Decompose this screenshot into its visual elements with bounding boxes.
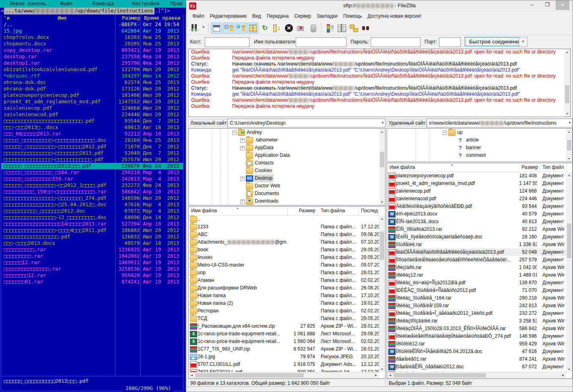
console-row[interactable]: □□□□□□□□□□□□□□□□□□□14□□□□□2013.rar527394… (1, 221, 183, 227)
file-row[interactable]: 1C77_TIS_983_UNP.zip6 532 547Архив ZIP -… (189, 345, 379, 353)
console-row[interactable]: zaivlenienacod.pdf224446Июл 20 2012 (1, 111, 183, 118)
console-row[interactable]: □□□□□□□□□□_150□□~□□□□□□□□□□□□□.rar586842… (1, 189, 183, 195)
console-menu-2[interactable]: Файл (60, 0, 72, 7)
column-header-2[interactable]: Размер (519, 163, 540, 172)
file-row[interactable]: unpПапка с файл...28.01.20 (189, 269, 379, 277)
file-row[interactable]: ÀëãîðèòìîêàçàíèÿãîñóñëóãËÐÐ.pdf93 544Док… (387, 203, 566, 210)
console-row[interactable]: □□□_06□□□□□2013.rar92212Апр 10 2013 (1, 131, 183, 137)
file-row[interactable]: АтаманПапка с файл...02.02.20 (189, 277, 379, 284)
console-row[interactable]: □□□□□□_□□□□□□□□□□~□□□□□□□□2012.pdf71070Д… (1, 144, 183, 150)
list-scrollbar-thumb[interactable] (380, 232, 384, 260)
hscrollbar-thumb[interactable] (195, 373, 304, 378)
password-input[interactable] (371, 37, 420, 47)
scroll-down-icon[interactable]: ▼ (379, 366, 385, 372)
combo-dropdown-icon[interactable]: ▼ (568, 119, 571, 127)
console-row[interactable]: □□□□□_□□□□□□□□□□~□□□□□□□□□□□□□.doc28160Я… (1, 137, 183, 144)
console-row[interactable]: □□□□□□□□□□□□□□□□□□□□□□□□□□.pdf93544Дек 7… (1, 118, 183, 124)
tree-item-andrey[interactable]: –Andrey (189, 129, 385, 136)
remote-tree-scrollbar[interactable]: ▲ ▼ (566, 129, 572, 162)
scroll-down-icon[interactable]: ▼ (566, 366, 572, 372)
tree-item-downloads[interactable]: +Downloads (189, 197, 385, 205)
console-row[interactable]: proekt_4t_adm_reglamenta_mvd.pdf1147552И… (1, 99, 183, 105)
expand-icon[interactable]: + (240, 146, 245, 150)
tree-item-article[interactable]: article (387, 136, 572, 144)
file-row[interactable]: ðåøåíèå01.rar874 241Архив Wir (387, 355, 566, 363)
tree-item-comment[interactable]: comment (387, 152, 572, 159)
toggle-remote-tree-icon[interactable] (235, 23, 246, 34)
tree-item-desktop[interactable]: +Desktop (189, 174, 385, 182)
console-menu-5[interactable]: Прав (171, 0, 183, 7)
remote-hscrollbar[interactable]: ◄ ► (387, 372, 566, 378)
file-row[interactable]: 5707.CLI301ILL.pdf1 916 075Документ Ado.… (189, 361, 379, 368)
console-path[interactable]: ...ta/www//up/down/file/instructions (4, 8, 155, 14)
file-row[interactable]: 1c-rarus-price-trade-equipment-retail...… (189, 338, 379, 345)
column-header-2[interactable]: Размер (288, 207, 318, 215)
file-row[interactable]: !_Распаковщик.для.x64-систем.zip27 825Ар… (189, 322, 379, 330)
local-file-list[interactable]: Имя файлаРазмерТип файлаПослед ▲ ..1233П… (188, 206, 385, 379)
scroll-down-icon[interactable]: ▼ (379, 199, 385, 205)
console-row-selected[interactable]: □□□□□□_□□□□□□□□□□□2012□□□.pdf139670Фев 2… (1, 163, 183, 169)
console-row[interactable]: □□□□□□□01.rar874241Авг 19 2013 (1, 279, 183, 285)
file-row[interactable]: zaivleniecop.pdf124 668Документ (387, 187, 566, 195)
reconnect-icon[interactable] (307, 23, 319, 34)
console-row[interactable]: □□□□□□□□□□□□□□□□□~□□□□4□□□2011.pdf186802… (1, 227, 183, 234)
console-row[interactable]: ohrana-dok.pdf173126Июл 20 2012 (1, 86, 183, 92)
menu-item-6[interactable]: Закладки (314, 12, 340, 21)
console-row[interactable]: □□□□□□□□□□□□□□□□□□.pdf126832Июл 20 2012 (1, 234, 183, 240)
file-row[interactable]: Attachments_@gm...Папка с файл...07.10.2… (189, 238, 379, 246)
column-size[interactable]: Размер (122, 15, 140, 21)
console-row[interactable]: □□□□□□□□□□.rar1336925Авг 19 2013 (1, 246, 183, 253)
site-manager-icon[interactable] (189, 23, 200, 34)
file-row[interactable]: Ïðèêàç_îïìùðåíèå¹159.rar242 813Архив Wir (387, 302, 566, 310)
close-button[interactable]: × (556, 0, 569, 10)
console-row[interactable]: □□□□□□_□□□□□□□□□159.rar242813Мар 4 2013 (1, 176, 183, 182)
file-row[interactable]: 1c-rarus-price-trade-equipment-retail...… (189, 330, 379, 338)
toggle-local-tree-icon[interactable] (223, 23, 234, 34)
console-row[interactable]: □□□□□□12.rar1469011Авг 19 2013 (1, 259, 183, 266)
quickconnect-button[interactable]: Быстрое соединение (465, 37, 526, 46)
log-scrollbar[interactable]: ▲ ▼ (564, 49, 570, 117)
console-row[interactable]: □□□□□□_□□□□□□□□□_□164.rar290218Мар 4 201… (1, 169, 183, 176)
column-header-4[interactable]: Послед (359, 207, 379, 215)
console-row[interactable]: desktop1.rar295706Фев 24 2013 (1, 60, 183, 66)
remote-tree[interactable]: –uparticlebannercomment ▲ ▼ (387, 128, 573, 162)
directory-comparison-icon[interactable] (336, 23, 347, 34)
local-site-combo[interactable]: C:\Users\Andrey\Desktop\▼ (227, 119, 385, 127)
tree-item-doctor-web[interactable]: Doctor Web (189, 182, 385, 190)
console-row[interactable]: plateznoeporyceniecop.pdf181408Июл 20 20… (1, 92, 183, 99)
tree-scrollbar-thumb[interactable] (567, 140, 571, 150)
port-input[interactable] (439, 37, 461, 47)
file-row[interactable]: êìñ-èþëü2013.docx40 579Документ (387, 210, 566, 218)
title-bar[interactable]: Fz sftp:// - FileZilla – ❐ × (186, 0, 573, 12)
file-row[interactable]: ÊÌÑ_06ìàðòà2013.rar92 212Архив Wir (387, 226, 566, 233)
message-log[interactable]: Ошибка:/var/www/client/data/www//up/down… (188, 49, 571, 117)
console-row[interactable]: □□□-□□□2013□..docx40813Авг 18 2013 (1, 124, 183, 131)
scroll-right-icon[interactable]: ► (373, 372, 379, 378)
file-row[interactable]: ïðîòîêîë12.rar959 429Архив Wir (387, 340, 566, 348)
tree-item-application-data[interactable]: Application Data (189, 152, 385, 159)
column-name[interactable]: Имя (58, 15, 67, 21)
file-row[interactable]: .. (189, 215, 379, 223)
file-row[interactable]: ТСДПапка с файл...29.05.20 (189, 315, 379, 322)
console-row[interactable]: 15.jpg642884Авг 19 2013 (1, 28, 183, 34)
file-row[interactable]: Новая папкаПапка с файл...17.10.20 (189, 292, 379, 300)
column-header-3[interactable]: Тип файла (318, 207, 359, 215)
console-row[interactable]: □□□□□□□□□□□□□□□□~□□□□□□□□2013.pdf52049Де… (1, 150, 183, 156)
file-row[interactable]: Для расшифорвки DRWebПапка с файл...26.0… (189, 284, 379, 292)
console-row[interactable]: zaivleniecop.pdf124668Июл 20 2012 (1, 105, 183, 111)
local-list-scrollbar[interactable]: ▲ ▼ (379, 215, 385, 372)
console-row[interactable]: □□□□□□□□□□□_□□□□□□□2012.doc67072Мар 4 20… (1, 208, 183, 214)
host-input[interactable] (205, 37, 249, 47)
console-row[interactable]: □□□□□□□□□.rar1042002Авг 19 2013 (1, 253, 183, 259)
menu-item-2[interactable]: Редактирование (207, 12, 249, 21)
synchronized-browsing-icon[interactable] (348, 23, 359, 34)
local-tree-scrollbar[interactable]: ▲ ▼ (379, 129, 385, 205)
file-row[interactable]: bookПапка с файл...29.05.20 (189, 246, 379, 254)
local-tree[interactable]: –Andrey+.tahometer+AppDataApplication Da… (188, 128, 385, 205)
log-scrollbar-thumb[interactable] (565, 85, 569, 103)
column-time[interactable]: Время правки (144, 15, 180, 21)
menu-item-3[interactable]: Вид (249, 12, 264, 21)
scroll-down-icon[interactable]: ▼ (566, 156, 572, 162)
file-row[interactable]: Ïðèêàç_îïìùðåíèå_¹164.rar290 218Архив Wi… (387, 294, 566, 302)
file-row[interactable]: ÌÈèÌÑ_îïýëåêòðîííîìóâçàèìîäåéñòâèþ.doc28… (387, 233, 566, 241)
